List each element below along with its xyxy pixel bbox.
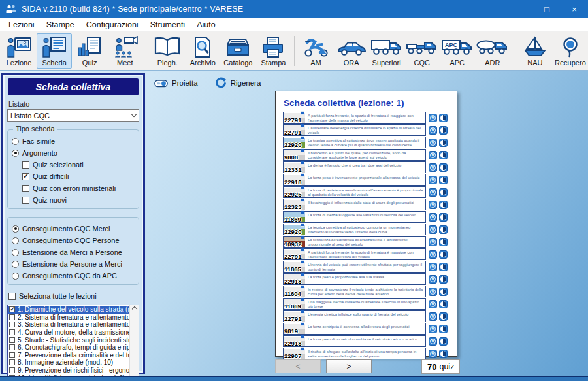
previous-page-button[interactable]: < — [275, 359, 321, 373]
toolbar-button-recupero[interactable]: Recupero — [553, 33, 588, 69]
toolbar-button-ora[interactable]: ORA — [334, 33, 369, 69]
quiz-question-box[interactable]: 12331 La deriva è l'angolo che si crea t… — [283, 161, 426, 173]
falso-button[interactable] — [439, 163, 448, 172]
vero-button[interactable]: V — [429, 300, 437, 308]
lesson-item[interactable]: 8. Immagine aziendale (mod. 10) — [8, 359, 129, 367]
vero-button[interactable]: V — [429, 325, 437, 333]
quiz-question-box[interactable]: 11604 In regime di sovrasterzo il veicol… — [283, 286, 426, 297]
vero-button[interactable]: V — [429, 337, 437, 346]
falso-button[interactable] — [439, 275, 448, 284]
lesson-item[interactable]: 6. Cronotachigrafo, tempi di guida e rip… — [8, 344, 129, 352]
falso-button[interactable] — [439, 114, 448, 122]
quiz-filter-checkbox[interactable]: Quiz selezionati — [22, 159, 135, 171]
quiz-filter-checkbox[interactable]: Quiz con errori ministeriali — [22, 182, 135, 194]
vero-button[interactable]: V — [429, 201, 437, 209]
toolbar-button-scheda[interactable]: Scheda — [37, 33, 72, 69]
menu-stampe[interactable]: Stampe — [41, 20, 80, 29]
listato-combobox[interactable]: Listato CQC — [7, 109, 139, 122]
vero-button[interactable]: V — [429, 225, 437, 234]
quiz-question-box[interactable]: 12323 Il beccheggio è influenzato dallo … — [283, 199, 426, 210]
falso-button[interactable] — [439, 213, 448, 222]
toolbar-button-meet[interactable]: Meet — [107, 33, 142, 69]
quiz-question-box[interactable]: 22791 L'energia cinetica influisce sullo… — [283, 310, 426, 322]
falso-button[interactable] — [439, 139, 448, 147]
lesson-item[interactable]: 2. Sistema di frenatura e rallentamento … — [8, 314, 129, 322]
falso-button[interactable] — [439, 188, 448, 197]
falso-button[interactable] — [439, 201, 448, 209]
quiz-question-box[interactable]: 22918 La forza peso di un veicolo cambia… — [283, 335, 426, 347]
vero-button[interactable]: V — [429, 114, 437, 122]
falso-button[interactable] — [439, 176, 448, 184]
vero-button[interactable]: V — [429, 350, 437, 358]
falso-button[interactable] — [439, 238, 448, 246]
vero-button[interactable]: V — [429, 275, 437, 284]
maximize-button[interactable]: □ — [533, 0, 561, 18]
toolbar-button-cqc[interactable]: CQC — [404, 33, 440, 69]
vero-button[interactable]: V — [429, 238, 437, 246]
quiz-question-box[interactable]: 22791 L'aumentare dell'energia cinetica … — [283, 124, 426, 136]
falso-button[interactable] — [439, 337, 448, 346]
vero-button[interactable]: V — [429, 250, 437, 259]
tipo-radio-option[interactable]: Fac-simile — [12, 135, 135, 147]
vero-button[interactable]: V — [429, 151, 437, 159]
quiz-question-box[interactable]: 22925 La forza di resistenza aerodinamic… — [283, 186, 426, 198]
quiz-question-box[interactable]: 22918 La forza peso è proporzionale alla… — [283, 273, 426, 285]
course-radio-option[interactable]: Estensione da Persone a Merci — [12, 258, 135, 270]
falso-button[interactable] — [439, 350, 448, 358]
toolbar-button-archivio[interactable]: Archivio — [185, 33, 220, 69]
vero-button[interactable]: V — [429, 312, 437, 321]
vero-button[interactable]: V — [429, 213, 437, 222]
quiz-question-box[interactable]: 11865 L'inerzia del veicolo può essere u… — [283, 261, 426, 273]
falso-button[interactable] — [439, 288, 448, 296]
lesson-item[interactable]: 1. Dinamiche del veicolo sulla strada (m… — [8, 306, 129, 314]
next-page-button[interactable]: > — [326, 359, 372, 373]
toolbar-button-nau[interactable]: NAU — [517, 33, 553, 69]
quiz-question-box[interactable]: 22918 La forza peso è inversamente propo… — [283, 174, 426, 186]
quiz-filter-checkbox[interactable]: Quiz difficili — [22, 171, 135, 182]
quiz-filter-checkbox[interactable]: Quiz nuovi — [22, 194, 135, 206]
toolbar-button-apc[interactable]: APC APC — [440, 33, 475, 69]
vertical-scrollbar[interactable] — [129, 305, 139, 381]
toolbar-button-stampa[interactable]: Stampa — [255, 33, 291, 69]
quiz-question-box[interactable]: 9819 La forza centripeta è connessa all'… — [283, 323, 426, 335]
toolbar-button-piegh[interactable]: Piegh. — [150, 33, 185, 69]
menu-strumenti[interactable]: Strumenti — [144, 20, 191, 29]
course-radio-option[interactable]: Conseguimento CQC Persone — [12, 235, 135, 246]
quiz-question-box[interactable]: 9808 Il baricentro è il punto nel quale,… — [283, 149, 426, 161]
rigenera-button[interactable]: Rigenera — [215, 77, 261, 89]
falso-button[interactable] — [439, 126, 448, 135]
quiz-question-box[interactable]: 22920 La tecnica correttiva al sottoster… — [283, 224, 426, 235]
scroll-up-icon[interactable] — [131, 306, 137, 312]
course-radio-option[interactable]: Conseguimento CQC da APC — [12, 270, 135, 282]
falso-button[interactable] — [439, 325, 448, 333]
lesson-item[interactable]: 3. Sistema di frenatura e rallentamento … — [8, 321, 129, 329]
toolbar-button-adr[interactable]: ADR — [475, 33, 510, 69]
select-all-lessons-checkbox[interactable]: Seleziona tutte le lezioni — [8, 290, 138, 302]
falso-button[interactable] — [439, 300, 448, 308]
falso-button[interactable] — [439, 225, 448, 234]
falso-button[interactable] — [439, 250, 448, 259]
menu-lezioni[interactable]: Lezioni — [3, 20, 41, 29]
lesson-item[interactable]: 4. Curva del motore, della trasmissione … — [8, 329, 129, 337]
toolbar-button-superiori[interactable]: Superiori — [369, 33, 404, 69]
lesson-item[interactable]: 7. Prevenzione della criminalità e del t… — [8, 352, 129, 359]
vero-button[interactable]: V — [429, 176, 437, 184]
quiz-question-box[interactable]: 22920 La tecnica correttiva al sottoster… — [283, 137, 426, 148]
toolbar-button-lezione[interactable]: Lezione — [1, 33, 37, 69]
quiz-question-box[interactable]: 11869 Una maggiore inerzia consente di a… — [283, 298, 426, 310]
menu-aiuto[interactable]: Aiuto — [191, 20, 221, 29]
vero-button[interactable]: V — [429, 163, 437, 172]
minimize-button[interactable]: – — [506, 0, 533, 18]
quiz-question-box[interactable]: 22791 A parità di forza frenante, lo spa… — [283, 112, 426, 124]
quiz-question-box[interactable]: 11869 La forza di inerzia si oppone alle… — [283, 211, 426, 223]
lesson-item[interactable]: 9. Prevenzione dei rischi fisici - ergon… — [8, 367, 129, 374]
vero-button[interactable]: V — [429, 188, 437, 197]
course-radio-option[interactable]: Conseguimento CQC Merci — [12, 223, 135, 235]
menu-configurazioni[interactable]: Configurazioni — [80, 20, 144, 29]
toolbar-button-am[interactable]: AM — [298, 33, 333, 69]
quiz-question-box[interactable]: 10932 La resistenza aerodinamica all'ava… — [283, 236, 426, 248]
quiz-question-box[interactable]: 22907 Il rischio di sfregare sull'asfalt… — [283, 348, 426, 359]
toolbar-button-catalogo[interactable]: Catalogo — [220, 33, 255, 69]
course-radio-option[interactable]: Estensione da Merci a Persone — [12, 246, 135, 258]
quiz-question-box[interactable]: 22791 A parità di forza frenante, lo spa… — [283, 248, 426, 260]
